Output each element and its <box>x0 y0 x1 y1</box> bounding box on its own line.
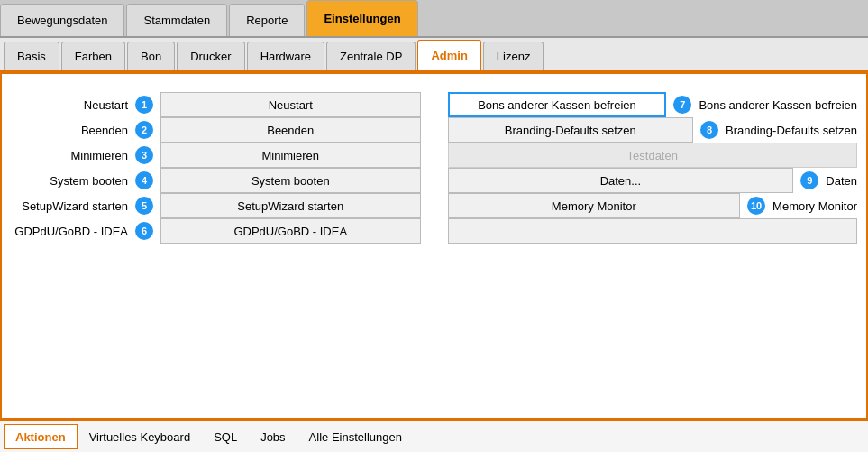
left-action-row-3: System booten4System booten <box>11 168 421 193</box>
top-tab-stammdaten[interactable]: Stammdaten <box>126 4 227 36</box>
top-tab-einstellungen[interactable]: Einstellungen <box>306 0 417 36</box>
left-action-btn-2[interactable]: Minimieren <box>160 143 421 168</box>
badge-4: 5 <box>135 197 153 215</box>
badge-0: 1 <box>135 96 153 114</box>
right-action-label-0: Bons anderer Kassen befreien <box>699 98 857 112</box>
bottom-tab-sql[interactable]: SQL <box>202 424 249 449</box>
actions-grid: Neustart1NeustartBeenden2BeendenMinimier… <box>11 92 857 244</box>
left-action-label-4: SetupWizard starten <box>11 199 128 213</box>
top-tab-reporte[interactable]: Reporte <box>229 4 305 36</box>
left-action-btn-4[interactable]: SetupWizard starten <box>160 193 421 218</box>
right-action-btn-0[interactable]: Bons anderer Kassen befreien <box>448 92 667 117</box>
bottom-tab-aktionen[interactable]: Aktionen <box>4 424 78 449</box>
bottom-tab-bar: AktionenVirtuelles KeyboardSQLJobsAlle E… <box>0 420 868 452</box>
second-tab-admin[interactable]: Admin <box>417 40 480 70</box>
top-tab-bewegungsdaten[interactable]: Bewegungsdaten <box>0 4 124 36</box>
second-tab-drucker[interactable]: Drucker <box>177 42 245 70</box>
left-action-row-5: GDPdU/GoBD - IDEA6GDPdU/GoBD - IDEA <box>11 218 421 244</box>
right-actions-column: Bons anderer Kassen befreien7Bons andere… <box>448 92 858 244</box>
right-action-btn-1[interactable]: Branding-Defaults setzen <box>448 117 694 143</box>
second-tab-bon[interactable]: Bon <box>127 42 175 70</box>
badge-1: 2 <box>135 121 153 139</box>
right-action-row-5 <box>448 218 858 244</box>
right-action-label-1: Branding-Defaults setzen <box>726 124 857 137</box>
left-action-label-1: Beenden <box>11 124 128 137</box>
left-action-row-4: SetupWizard starten5SetupWizard starten <box>11 193 421 218</box>
badge-5: 6 <box>135 222 153 240</box>
right-badge-1: 8 <box>700 121 718 139</box>
left-action-row-0: Neustart1Neustart <box>11 92 421 117</box>
left-action-btn-1[interactable]: Beenden <box>160 117 421 143</box>
right-badge-0: 7 <box>673 96 691 114</box>
second-tab-zentrale-dp[interactable]: Zentrale DP <box>326 42 416 70</box>
right-action-label-4: Memory Monitor <box>772 199 857 213</box>
left-actions-column: Neustart1NeustartBeenden2BeendenMinimier… <box>11 92 421 244</box>
second-tab-hardware[interactable]: Hardware <box>247 42 324 70</box>
right-action-row-4: Memory Monitor10Memory Monitor <box>448 193 858 218</box>
left-action-label-5: GDPdU/GoBD - IDEA <box>11 225 128 238</box>
left-action-row-2: Minimieren3Minimieren <box>11 143 421 168</box>
right-action-row-0: Bons anderer Kassen befreien7Bons andere… <box>448 92 858 117</box>
second-tab-lizenz[interactable]: Lizenz <box>483 42 544 70</box>
right-action-row-2: Testdaten <box>448 143 858 168</box>
left-action-row-1: Beenden2Beenden <box>11 117 421 143</box>
bottom-tab-alle-einstellungen[interactable]: Alle Einstellungen <box>297 424 414 449</box>
bottom-tab-virtuelles-keyboard[interactable]: Virtuelles Keyboard <box>78 424 203 449</box>
right-action-btn-3[interactable]: Daten... <box>448 168 794 193</box>
left-action-label-0: Neustart <box>11 98 128 112</box>
second-tab-bar: BasisFarbenBonDruckerHardwareZentrale DP… <box>0 38 868 72</box>
badge-3: 4 <box>135 171 153 189</box>
bottom-tab-jobs[interactable]: Jobs <box>249 424 297 449</box>
second-tab-farben[interactable]: Farben <box>61 42 125 70</box>
badge-2: 3 <box>135 146 153 164</box>
right-action-row-3: Daten...9Daten <box>448 168 858 193</box>
right-action-row-1: Branding-Defaults setzen8Branding-Defaul… <box>448 117 858 143</box>
right-action-btn-4[interactable]: Memory Monitor <box>448 193 741 218</box>
left-action-btn-3[interactable]: System booten <box>160 168 421 193</box>
left-action-label-3: System booten <box>11 174 128 188</box>
right-action-btn-empty-5 <box>448 218 858 244</box>
left-action-btn-0[interactable]: Neustart <box>160 92 421 117</box>
top-tab-bar: BewegungsdatenStammdatenReporteEinstellu… <box>0 0 868 38</box>
right-action-btn-2: Testdaten <box>448 143 858 168</box>
main-content: Neustart1NeustartBeenden2BeendenMinimier… <box>0 72 868 420</box>
left-action-btn-5[interactable]: GDPdU/GoBD - IDEA <box>160 218 421 244</box>
left-action-label-2: Minimieren <box>11 149 128 162</box>
second-tab-basis[interactable]: Basis <box>4 42 59 70</box>
right-badge-4: 10 <box>747 197 765 215</box>
right-action-label-3: Daten <box>826 174 857 188</box>
right-badge-3: 9 <box>800 171 818 189</box>
